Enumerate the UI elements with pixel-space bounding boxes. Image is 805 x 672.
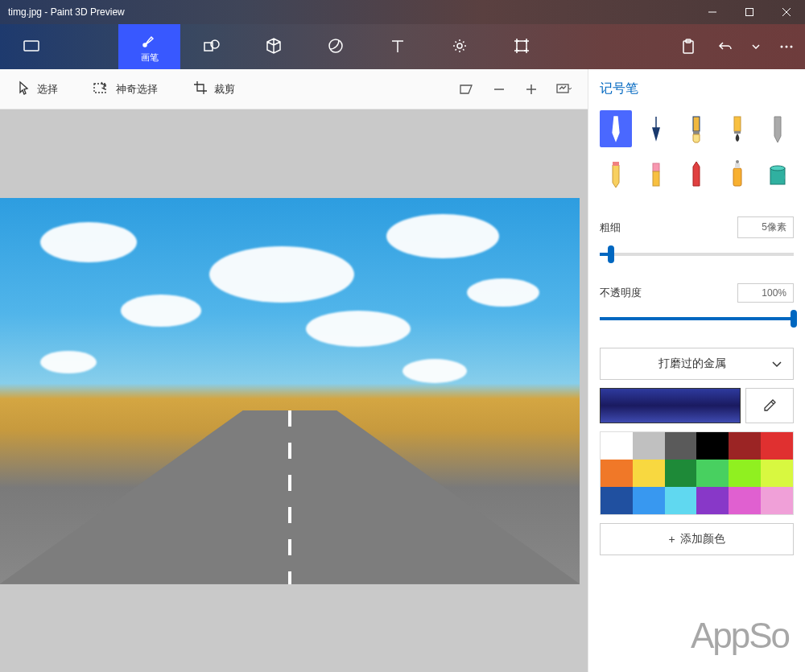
color-swatch[interactable]	[601, 432, 633, 460]
close-button[interactable]	[768, 0, 805, 24]
color-swatch[interactable]	[729, 432, 761, 460]
svg-rect-22	[693, 131, 700, 134]
current-color-swatch[interactable]	[600, 388, 741, 423]
color-swatch[interactable]	[761, 487, 793, 514]
svg-rect-1	[746, 9, 753, 16]
svg-point-8	[329, 39, 342, 52]
canvas-image[interactable]	[0, 198, 580, 584]
view-3d-button[interactable]	[451, 73, 483, 105]
color-palette	[600, 431, 794, 515]
text-icon	[390, 36, 406, 56]
color-swatch[interactable]	[665, 460, 697, 487]
svg-point-15	[791, 46, 793, 48]
text-tab[interactable]	[366, 24, 428, 69]
opacity-value[interactable]: 100%	[737, 283, 794, 303]
plus-icon: +	[668, 533, 675, 546]
watercolor-brush[interactable]	[721, 110, 753, 147]
chevron-down-icon	[772, 357, 782, 370]
eyedropper-button[interactable]	[745, 388, 794, 423]
maximize-button[interactable]	[731, 0, 768, 24]
crop-label: 裁剪	[214, 82, 235, 97]
color-swatch[interactable]	[761, 432, 793, 460]
fill-bucket[interactable]	[762, 155, 794, 192]
color-swatch[interactable]	[601, 460, 633, 487]
svg-point-14	[786, 46, 788, 48]
color-swatch[interactable]	[601, 487, 633, 514]
color-swatch[interactable]	[696, 432, 729, 460]
zoom-in-button[interactable]	[515, 73, 547, 105]
svg-rect-20	[557, 85, 568, 93]
select-tool[interactable]: 选择	[8, 76, 68, 102]
brushes-tab[interactable]: 画笔	[118, 24, 180, 69]
canvas-viewport[interactable]	[0, 109, 588, 672]
calligraphy-brush[interactable]	[640, 110, 672, 147]
brushes-tab-label: 画笔	[141, 52, 159, 64]
opacity-slider[interactable]	[600, 317, 794, 320]
svg-rect-24	[734, 131, 741, 134]
thickness-label: 粗细	[600, 221, 621, 235]
svg-point-5	[143, 43, 147, 47]
svg-rect-4	[24, 41, 39, 51]
more-button[interactable]	[768, 24, 805, 69]
window-title: timg.jpg - Paint 3D Preview	[8, 6, 694, 18]
add-color-button[interactable]: + 添加颜色	[600, 523, 794, 555]
color-swatch[interactable]	[665, 432, 697, 460]
eraser-brush[interactable]	[640, 155, 672, 192]
history-dropdown[interactable]	[744, 24, 768, 69]
zoom-dropdown[interactable]	[547, 73, 580, 105]
title-bar: timg.jpg - Paint 3D Preview	[0, 0, 805, 24]
svg-rect-23	[734, 117, 741, 131]
svg-point-9	[457, 43, 462, 48]
magic-select-label: 神奇选择	[116, 82, 158, 97]
sticker-icon	[327, 36, 345, 56]
cube-icon	[265, 36, 283, 56]
pencil-brush[interactable]	[600, 155, 632, 192]
pixel-pen[interactable]	[762, 110, 794, 147]
svg-point-13	[781, 46, 783, 48]
color-swatch[interactable]	[665, 487, 697, 514]
panel-title: 记号笔	[600, 80, 794, 97]
shapes-2d-icon	[203, 36, 221, 56]
crayon-brush[interactable]	[680, 155, 712, 192]
spray-can[interactable]	[721, 155, 753, 192]
magic-select-icon	[93, 81, 109, 97]
thickness-slider[interactable]	[600, 253, 794, 256]
svg-rect-27	[653, 171, 659, 186]
brush-panel: 记号笔 粗细 5像素 不透明度 100%	[588, 69, 805, 672]
stickers-tab[interactable]	[304, 24, 366, 69]
color-swatch[interactable]	[696, 460, 729, 487]
brush-icon	[141, 31, 159, 50]
svg-point-32	[770, 166, 785, 171]
folder-icon	[23, 36, 40, 56]
zoom-out-button[interactable]	[483, 73, 515, 105]
svg-rect-28	[733, 168, 741, 186]
effects-icon	[451, 36, 469, 56]
magic-select-tool[interactable]: 神奇选择	[84, 76, 167, 101]
paste-button[interactable]	[670, 24, 707, 69]
undo-button[interactable]	[707, 24, 744, 69]
color-swatch[interactable]	[696, 487, 729, 514]
color-swatch[interactable]	[633, 460, 665, 487]
canvas-tab[interactable]	[490, 24, 552, 69]
oil-brush[interactable]	[680, 110, 712, 147]
menu-button[interactable]	[0, 24, 62, 69]
color-swatch[interactable]	[729, 460, 761, 487]
3d-shapes-tab[interactable]	[242, 24, 304, 69]
color-swatch[interactable]	[729, 487, 761, 514]
minimize-button[interactable]	[694, 0, 731, 24]
svg-rect-26	[653, 163, 659, 171]
color-swatch[interactable]	[761, 460, 793, 487]
crop-tool[interactable]: 裁剪	[184, 76, 245, 102]
color-swatch[interactable]	[633, 432, 665, 460]
thickness-value[interactable]: 5像素	[737, 216, 794, 238]
effects-tab[interactable]	[428, 24, 490, 69]
add-color-label: 添加颜色	[680, 532, 725, 546]
svg-rect-10	[517, 41, 526, 51]
svg-rect-21	[693, 117, 700, 131]
cursor-icon	[18, 80, 31, 97]
material-dropdown[interactable]: 打磨过的金属	[600, 348, 794, 380]
2d-shapes-tab[interactable]	[180, 24, 242, 69]
selection-toolbar: 选择 神奇选择 裁剪	[0, 69, 588, 109]
marker-brush[interactable]	[600, 110, 632, 147]
color-swatch[interactable]	[633, 487, 665, 514]
